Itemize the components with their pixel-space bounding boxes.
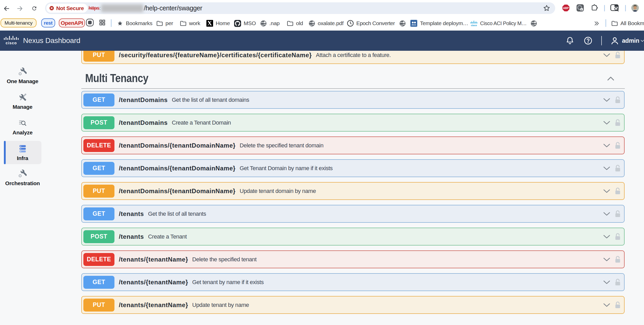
svg-text:cisco: cisco [6,41,17,45]
svg-text:ABP: ABP [563,7,569,10]
svg-text:cisco: cisco [471,24,477,27]
